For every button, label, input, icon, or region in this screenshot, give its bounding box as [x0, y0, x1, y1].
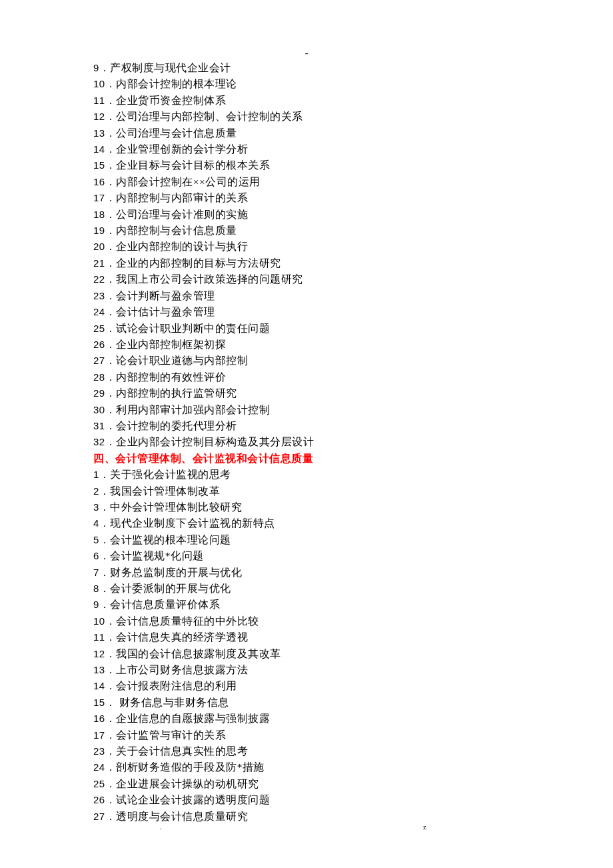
- section-1: 9．产权制度与现代企业会计10．内部会计控制的根本理论11．企业货币资金控制体系…: [93, 60, 520, 451]
- item-number: 11: [93, 95, 105, 106]
- item-number: 3: [93, 501, 99, 513]
- item-text: 企业目标与会计目标的根本关系: [116, 159, 270, 171]
- item-text: 财务总监制度的开展与优化: [110, 567, 242, 578]
- item-separator: ．: [99, 469, 111, 480]
- list-item: 21．企业的内部控制的目标与方法研究: [93, 255, 520, 271]
- item-separator: ．: [105, 127, 117, 139]
- footer-left: .: [93, 823, 162, 831]
- item-number: 27: [93, 355, 105, 366]
- item-text: 会计判断与盈余管理: [116, 290, 215, 301]
- item-number: 25: [93, 778, 105, 789]
- list-item: 26．试论企业会计披露的透明度问题: [93, 792, 520, 808]
- list-item: 13．公司治理与会计信息质量: [93, 125, 520, 141]
- list-item: 24．会计估计与盈余管理: [93, 304, 520, 320]
- list-item: 11．会计信息失真的经济学透视: [93, 629, 520, 645]
- item-number: 22: [93, 273, 105, 285]
- item-text: 企业的内部控制的目标与方法研究: [116, 257, 281, 269]
- list-item: 24．剖析财务造假的手段及防*措施: [93, 759, 520, 775]
- item-separator: ．: [105, 761, 117, 773]
- list-item: 2．我国会计管理体制改革: [93, 483, 520, 499]
- list-item: 14．企业管理创新的会计学分析: [93, 141, 520, 157]
- item-separator: ．: [105, 729, 117, 741]
- item-text: 利用内部审计加强内部会计控制: [116, 404, 270, 415]
- item-number: 12: [93, 111, 105, 122]
- item-text: 企业内部控制的设计与执行: [116, 241, 248, 252]
- item-separator: ．: [105, 404, 117, 415]
- list-item: 27．论会计职业道德与内部控制: [93, 353, 520, 369]
- item-text: 中外会计管理体制比较研究: [110, 501, 242, 513]
- item-text: 公司治理与会计信息质量: [116, 127, 237, 139]
- item-separator: ．: [105, 664, 117, 675]
- item-number: 14: [93, 143, 105, 155]
- item-text: 论会计职业道德与内部控制: [116, 355, 248, 366]
- list-item: 15． 财务信息与非财务信息: [93, 695, 520, 711]
- item-separator: ．: [105, 159, 117, 171]
- item-text: 企业货币资金控制体系: [116, 95, 226, 106]
- item-number: 32: [93, 436, 105, 447]
- item-text: 会计监视规*化问题: [110, 550, 203, 561]
- item-number: 21: [93, 257, 105, 269]
- list-item: 7．财务总监制度的开展与优化: [93, 565, 520, 581]
- list-item: 23．关于会计信息真实性的思考: [93, 743, 520, 759]
- item-text: 我国的会计信息披露制度及其改革: [116, 648, 281, 659]
- section-2: 1．关于强化会计监视的思考2．我国会计管理体制改革3．中外会计管理体制比较研究4…: [93, 467, 520, 825]
- item-text: 会计监管与审计的关系: [116, 729, 226, 741]
- item-number: 25: [93, 323, 105, 334]
- item-text: 我国上市公司会计政策选择的问题研究: [116, 273, 303, 285]
- item-text: 公司治理与会计准则的实施: [116, 209, 248, 220]
- item-number: 10: [93, 615, 105, 627]
- item-number: 16: [93, 176, 105, 187]
- list-item: 20．企业内部控制的设计与执行: [93, 239, 520, 255]
- item-separator: ．: [99, 583, 111, 594]
- list-item: 26．企业内部控制框架初探: [93, 337, 520, 353]
- item-number: 14: [93, 680, 105, 691]
- item-separator: ．: [105, 225, 117, 236]
- item-number: 15: [93, 697, 105, 708]
- item-separator: ．: [105, 648, 117, 659]
- item-number: 23: [93, 290, 105, 301]
- item-separator: ．: [99, 567, 111, 578]
- item-text: 企业内部会计控制目标构造及其分层设计: [116, 436, 314, 447]
- item-separator: ．: [105, 143, 117, 155]
- item-text: 内部会计控制的根本理论: [116, 78, 237, 89]
- item-separator: ．: [105, 306, 117, 317]
- item-text: 试论会计职业判断中的责任问题: [116, 323, 270, 334]
- item-separator: ．: [99, 517, 111, 529]
- list-item: 11．企业货币资金控制体系: [93, 93, 520, 109]
- item-number: 28: [93, 371, 105, 383]
- list-item: 25．试论会计职业判断中的责任问题: [93, 321, 520, 337]
- item-separator: ．: [105, 241, 117, 252]
- item-number: 7: [93, 567, 99, 578]
- list-item: 5．会计监视的根本理论问题: [93, 532, 520, 548]
- item-text: 会计监视的根本理论问题: [110, 534, 231, 545]
- item-number: 11: [93, 631, 105, 643]
- item-text: 上市公司财务信息披露方法: [116, 664, 248, 675]
- item-separator: ．: [105, 290, 117, 301]
- item-separator: ．: [99, 501, 111, 513]
- item-separator: ．: [105, 697, 117, 708]
- item-number: 12: [93, 648, 105, 659]
- item-number: 4: [93, 517, 99, 529]
- item-separator: ．: [105, 794, 117, 805]
- item-separator: ．: [105, 323, 117, 334]
- list-item: 14．会计报表附注信息的利用: [93, 678, 520, 694]
- list-item: 23．会计判断与盈余管理: [93, 288, 520, 304]
- item-number: 24: [93, 306, 105, 317]
- list-item: 9．产权制度与现代企业会计: [93, 60, 520, 76]
- list-item: 18．公司治理与会计准则的实施: [93, 207, 520, 223]
- item-separator: ．: [105, 273, 117, 285]
- item-text: 会计控制的委托代理分析: [116, 420, 237, 431]
- list-item: 13．上市公司财务信息披露方法: [93, 662, 520, 678]
- list-item: 22．我国上市公司会计政策选择的问题研究: [93, 271, 520, 287]
- item-separator: ．: [105, 339, 117, 350]
- item-text: 企业管理创新的会计学分析: [116, 143, 248, 155]
- item-text: 财务信息与非财务信息: [116, 697, 229, 708]
- item-text: 会计信息质量评价体系: [110, 599, 220, 610]
- item-number: 6: [93, 550, 99, 561]
- item-text: 内部会计控制在××公司的运用: [116, 176, 260, 187]
- item-number: 2: [93, 485, 99, 497]
- item-text: 我国会计管理体制改革: [110, 485, 220, 497]
- item-number: 20: [93, 241, 105, 252]
- item-number: 13: [93, 664, 105, 675]
- item-number: 15: [93, 159, 105, 171]
